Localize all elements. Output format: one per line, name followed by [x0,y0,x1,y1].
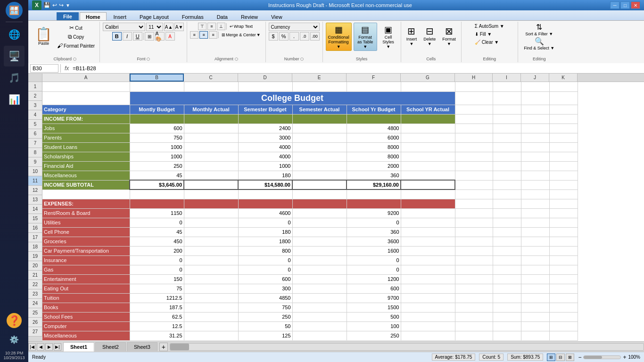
cell-b6[interactable]: 750 [130,133,184,142]
cell-k24[interactable] [549,303,578,312]
cell-j11[interactable] [521,180,549,189]
cell-a25[interactable]: School Fees [42,312,130,321]
cell-a8[interactable]: Scholarships [42,152,130,161]
cell-b16[interactable]: 45 [130,227,184,237]
cell-b19[interactable]: 0 [130,255,184,265]
cell-j17[interactable] [521,237,549,246]
cell-a26[interactable]: Computer [42,321,130,331]
cell-h8[interactable] [455,152,493,161]
cell-e5[interactable] [292,123,347,133]
tab-last-button[interactable]: ▶| [54,343,61,351]
cell-d20[interactable]: 0 [238,265,292,274]
cell-k21[interactable] [549,274,578,284]
cell-c24[interactable] [184,303,238,312]
cell-a1[interactable] [42,82,130,91]
cell-h27[interactable] [455,331,493,340]
col-header-f[interactable]: F [347,74,401,82]
cell-c17[interactable] [184,237,238,246]
cell-d19[interactable]: 0 [238,255,292,265]
cell-i19[interactable] [493,255,521,265]
cell-reference-input[interactable] [30,64,58,73]
cell-h11[interactable] [455,180,493,189]
row-num-4[interactable]: 4 [28,110,42,120]
cell-i2[interactable] [493,91,521,105]
cell-e10[interactable] [292,171,347,180]
maximize-button[interactable]: □ [620,1,630,9]
autosum-button[interactable]: ΣAutoSum ▼ [472,23,507,30]
cell-a11[interactable]: INCOME SUBTOTAL [42,180,130,189]
taskbar-music-icon[interactable]: 🎵 [4,67,25,88]
formula-input[interactable] [73,64,642,73]
cell-a9[interactable]: Financial Aid [42,161,130,171]
zoom-out-button[interactable]: − [578,354,581,361]
cell-h24[interactable] [455,303,493,312]
normal-view-button[interactable]: ⊞ [547,354,555,361]
cell-e19[interactable] [292,255,347,265]
cell-i15[interactable] [493,218,521,227]
cell-d1[interactable] [238,82,292,91]
cell-i25[interactable] [493,312,521,321]
cell-b8[interactable]: 1000 [130,152,184,161]
cell-a27[interactable]: Miscellaneous [42,331,130,340]
cell-h7[interactable] [455,142,493,152]
page-break-view-button[interactable]: ⊠ [566,354,574,361]
cell-i20[interactable] [493,265,521,274]
cell-k5[interactable] [549,123,578,133]
cell-a2[interactable] [42,91,130,105]
col-header-g[interactable]: G [401,74,455,82]
insert-button[interactable]: ⊞ Insert▼ [404,23,420,49]
cell-f5[interactable]: 4800 [347,123,401,133]
cell-f7[interactable]: 8000 [347,142,401,152]
cell-b11[interactable]: $3,645.00 [130,180,184,189]
cell-f16[interactable]: 360 [347,227,401,237]
tab-insert[interactable]: Insert [107,12,133,20]
cell-f12[interactable] [347,189,401,199]
cell-d11[interactable]: $14,580.00 [238,180,292,189]
cell-d26[interactable]: 50 [238,321,292,331]
cell-a6[interactable]: Parents [42,133,130,142]
cell-e3[interactable]: Semester Actual [292,105,347,114]
italic-button[interactable]: I [123,32,132,41]
cell-j13[interactable] [521,199,549,208]
cell-a24[interactable]: Books [42,303,130,312]
cell-f15[interactable]: 0 [347,218,401,227]
cell-j3[interactable] [521,105,549,114]
cell-d13[interactable] [238,199,292,208]
cell-k20[interactable] [549,265,578,274]
cell-h23[interactable] [455,293,493,303]
cell-f3[interactable]: School Yr Budget [347,105,401,114]
cell-f21[interactable]: 1200 [347,274,401,284]
cell-a21[interactable]: Entertainment [42,274,130,284]
clear-button[interactable]: 🧹Clear ▼ [472,39,507,46]
cell-f4[interactable] [347,114,401,123]
cell-b20[interactable]: 0 [130,265,184,274]
align-middle-button[interactable]: ≡ [207,23,216,30]
tab-next-button[interactable]: ▶ [45,343,53,351]
taskbar-docs-icon[interactable]: 🖥️ [4,46,25,66]
row-num-25[interactable]: 25 [28,308,42,318]
cell-j7[interactable] [521,142,549,152]
sort-filter-button[interactable]: ⇅ Sort & Filter ▼ [523,23,555,36]
cell-h4[interactable] [455,114,493,123]
cell-c15[interactable] [184,218,238,227]
copy-button[interactable]: ⧉ Copy [55,33,97,41]
cell-c8[interactable] [184,152,238,161]
cell-g6[interactable] [401,133,455,142]
format-as-table-button[interactable]: ▤ Formatas Table▼ [354,23,377,51]
cell-i13[interactable] [493,199,521,208]
bold-button[interactable]: B [112,32,122,41]
cell-e20[interactable] [292,265,347,274]
cell-i23[interactable] [493,293,521,303]
cell-f8[interactable]: 8000 [347,152,401,161]
row-num-11[interactable]: 11 [28,176,42,186]
cell-e1[interactable] [292,82,347,91]
quick-access-dropdown[interactable]: ▼ [66,3,70,8]
col-header-h[interactable]: H [455,74,493,82]
row-num-7[interactable]: 7 [28,139,42,148]
cell-c19[interactable] [184,255,238,265]
cell-g5[interactable] [401,123,455,133]
cell-f18[interactable]: 1600 [347,246,401,255]
cell-b13[interactable] [130,199,184,208]
cell-j10[interactable] [521,171,549,180]
wrap-text-button[interactable]: ↵ Wrap Text [228,24,255,29]
